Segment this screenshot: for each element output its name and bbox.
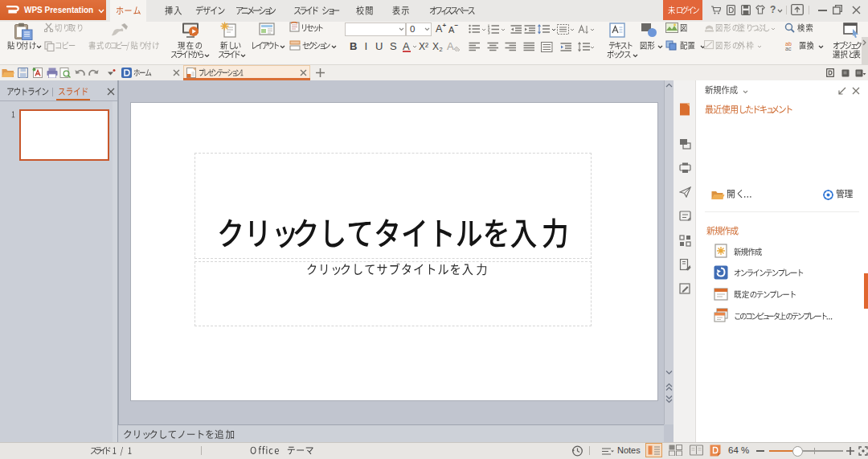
svg-text:ac: ac (785, 46, 792, 51)
